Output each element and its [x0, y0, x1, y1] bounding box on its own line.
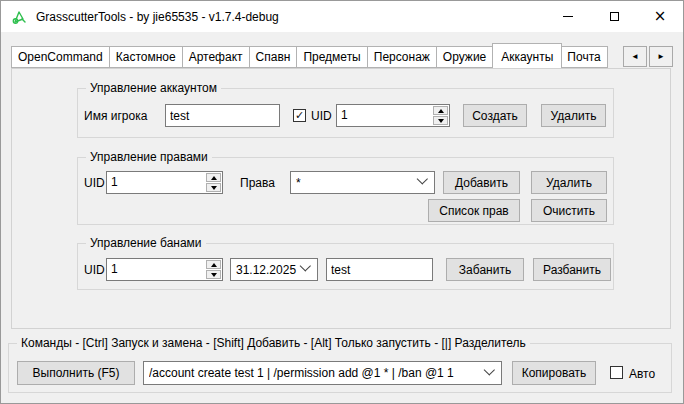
delete-account-button[interactable]: Удалить — [541, 104, 606, 127]
account-uid-value: 1 — [337, 105, 432, 126]
tab-artifact[interactable]: Артефакт — [183, 46, 250, 68]
tab-character[interactable]: Персонаж — [368, 46, 437, 68]
player-name-label: Имя игрока — [84, 109, 147, 123]
remove-permission-button[interactable]: Удалить — [531, 171, 607, 194]
copy-command-button[interactable]: Копировать — [512, 361, 596, 385]
chevron-down-icon — [484, 364, 495, 375]
ban-management-group: Управление банами UID 1 31.12.2025 Забан… — [77, 243, 614, 290]
ban-uid-label: UID — [84, 263, 105, 277]
ban-date-picker[interactable]: 31.12.2025 — [230, 258, 318, 281]
tab-scroll-right-button[interactable]: ► — [649, 46, 673, 67]
triangle-up-icon — [438, 109, 444, 113]
tab-spawn[interactable]: Спавн — [250, 46, 298, 68]
tab-custom[interactable]: Кастомное — [110, 46, 183, 68]
spinner-up-button[interactable] — [206, 260, 221, 269]
app-icon — [11, 9, 27, 25]
group-title: Управление банами — [86, 236, 206, 250]
chevron-down-icon — [300, 260, 311, 271]
spinner-up-button[interactable] — [433, 106, 448, 115]
commands-group: Команды - [Ctrl] Запуск и замена - [Shif… — [8, 343, 672, 393]
permission-uid-value: 1 — [107, 172, 205, 193]
tab-accounts[interactable]: Аккаунты — [492, 43, 562, 68]
tabpage-accounts: Управление аккаунтом Имя игрока ✓ UID 1 … — [11, 68, 671, 329]
close-button[interactable]: × — [637, 1, 683, 32]
uid-checkbox-label: UID — [311, 109, 332, 123]
check-icon: ✓ — [295, 110, 304, 121]
chevron-down-icon — [417, 173, 428, 184]
spinner-down-button[interactable] — [433, 116, 448, 125]
unban-button[interactable]: Разбанить — [533, 258, 611, 281]
permission-management-group: Управление правами UID 1 Права * Добавит… — [77, 157, 614, 225]
spinner-down-button[interactable] — [206, 270, 221, 279]
account-uid-spinner[interactable]: 1 — [336, 104, 450, 127]
tab-opencommand[interactable]: OpenCommand — [11, 46, 110, 68]
minimize-icon — [563, 16, 573, 17]
minimize-button[interactable] — [545, 1, 591, 32]
triangle-down-icon — [211, 273, 217, 277]
triangle-up-icon — [211, 263, 217, 267]
permission-list-button[interactable]: Список прав — [428, 199, 520, 222]
ban-uid-value: 1 — [107, 259, 205, 280]
tab-mail[interactable]: Почта — [561, 46, 607, 68]
uid-checkbox[interactable]: ✓ — [293, 109, 306, 122]
create-account-button[interactable]: Создать — [463, 104, 527, 127]
permission-uid-label: UID — [84, 176, 105, 190]
triangle-up-icon — [211, 176, 217, 180]
group-title: Команды - [Ctrl] Запуск и замена - [Shif… — [17, 336, 530, 350]
tab-items[interactable]: Предметы — [297, 46, 367, 68]
auto-checkbox-label: Авто — [629, 367, 655, 381]
auto-checkbox[interactable] — [610, 366, 623, 379]
ban-uid-spinner[interactable]: 1 — [106, 258, 223, 281]
run-command-button[interactable]: Выполнить (F5) — [17, 361, 135, 385]
ban-button[interactable]: Забанить — [446, 258, 524, 281]
clear-permissions-button[interactable]: Очистить — [531, 199, 607, 222]
triangle-down-icon — [211, 186, 217, 190]
titlebar: GrasscutterTools - by jie65535 - v1.7.4-… — [1, 1, 683, 32]
permission-uid-spinner[interactable]: 1 — [106, 171, 223, 194]
maximize-icon — [610, 12, 619, 21]
window-title: GrasscutterTools - by jie65535 - v1.7.4-… — [36, 10, 279, 24]
group-title: Управление правами — [86, 150, 212, 164]
ban-reason-input[interactable] — [326, 258, 433, 281]
account-management-group: Управление аккаунтом Имя игрока ✓ UID 1 … — [77, 88, 614, 138]
command-value: /account create test 1 | /permission add… — [149, 366, 482, 380]
tab-strip: OpenCommand Кастомное Артефакт Спавн Пре… — [11, 42, 623, 68]
tab-weapon[interactable]: Оружие — [437, 46, 493, 68]
ban-date-value: 31.12.2025 — [236, 263, 298, 277]
group-title: Управление аккаунтом — [86, 81, 221, 95]
triangle-down-icon — [438, 119, 444, 123]
app-window: GrasscutterTools - by jie65535 - v1.7.4-… — [0, 0, 684, 404]
tab-scroll-left-button[interactable]: ◄ — [623, 46, 647, 67]
player-name-input[interactable] — [165, 104, 280, 127]
permission-label: Права — [240, 176, 275, 190]
arrow-left-icon: ◄ — [631, 52, 639, 61]
close-icon: × — [654, 9, 667, 24]
permission-value: * — [296, 176, 415, 190]
maximize-button[interactable] — [591, 1, 637, 32]
spinner-up-button[interactable] — [206, 173, 221, 182]
permission-combobox[interactable]: * — [290, 171, 435, 194]
arrow-right-icon: ► — [657, 52, 665, 61]
spinner-down-button[interactable] — [206, 183, 221, 192]
add-permission-button[interactable]: Добавить — [443, 171, 520, 194]
command-combobox[interactable]: /account create test 1 | /permission add… — [143, 361, 502, 385]
